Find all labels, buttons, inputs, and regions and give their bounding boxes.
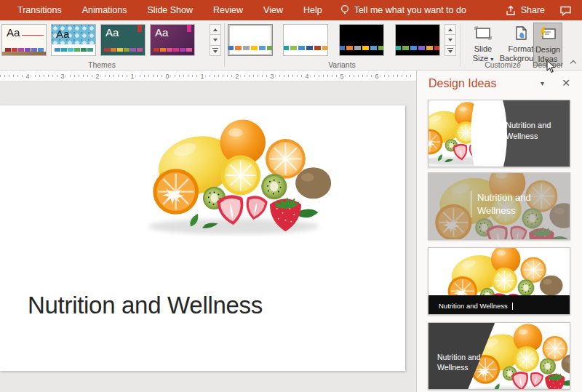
design-ideas-panel-header: Design Ideas ▾ ✕: [417, 71, 582, 100]
variants-gallery-more-button[interactable]: [445, 45, 456, 56]
menu-tab-help[interactable]: Help: [293, 0, 332, 20]
variant-thumbnail-3[interactable]: [339, 24, 384, 56]
theme-color-swatches: [154, 48, 193, 52]
variants-scroll-up-button[interactable]: [445, 24, 456, 35]
share-button[interactable]: Share: [505, 5, 545, 16]
fruit-image[interactable]: [133, 107, 334, 242]
theme-thumbnail-2[interactable]: Aa: [51, 24, 96, 56]
powerpoint-window: Transitions Animations Slide Show Review…: [0, 0, 582, 392]
ruler-number: 2: [234, 72, 240, 81]
variant-thumbnail-4[interactable]: [395, 24, 440, 56]
tell-me-box[interactable]: Tell me what you want to do: [340, 4, 466, 16]
theme-color-swatches: [104, 48, 143, 52]
ruler-number: 4: [24, 72, 31, 81]
theme-wood-strip: [2, 52, 46, 55]
ruler-number: 3: [268, 72, 275, 81]
theme-flag: [137, 25, 142, 32]
variant-color-swatches: [339, 46, 384, 50]
comments-icon[interactable]: [559, 5, 572, 16]
ruler-number: 6: [373, 72, 380, 81]
theme-thumbnail-3[interactable]: Aa: [100, 24, 146, 56]
design-ideas-icon: [534, 25, 562, 44]
ruler-number: 1: [129, 72, 135, 81]
design-ideas-panel-title: Design Ideas: [428, 77, 496, 90]
menu-tab-slideshow[interactable]: Slide Show: [137, 0, 204, 20]
variants-group-label: Variants: [284, 60, 400, 69]
design4-title-text: Nutrition and Wellness: [437, 352, 495, 372]
menu-bar: Transitions Animations Slide Show Review…: [0, 0, 582, 20]
ruler-number: 2: [94, 72, 100, 81]
ruler-number: 0: [164, 72, 170, 81]
variant-thumbnail-1[interactable]: [228, 24, 273, 56]
slide-title-textbox[interactable]: Nutrition and Wellness: [28, 292, 263, 319]
variants-gallery-scrollbar: [445, 24, 456, 56]
theme-sample-text: Aa: [56, 28, 69, 40]
variant-color-swatches: [283, 46, 328, 50]
menu-tab-view[interactable]: View: [253, 0, 293, 20]
horizontal-ruler: 4 3 2 1 0 1 2 3 4 5 6: [0, 71, 416, 81]
share-icon: [505, 5, 517, 16]
mouse-cursor: [546, 60, 556, 73]
theme-flag: [187, 25, 191, 32]
slide-canvas: Nutrition and Wellness: [0, 82, 416, 392]
ruler-number: 4: [303, 72, 310, 81]
design-ideas-panel: Design Ideas ▾ ✕ Nutrition and Wellness …: [416, 71, 582, 392]
theme-color-swatches: [55, 48, 94, 52]
slide-size-icon: [466, 24, 501, 43]
design1-title-text: Nutrition and Wellness: [506, 120, 567, 142]
tell-me-label: Tell me what you want to do: [354, 5, 466, 15]
theme-thumbnail-1[interactable]: Aa: [1, 24, 47, 56]
panel-options-caret-icon[interactable]: ▾: [541, 79, 544, 87]
design-suggestion-2[interactable]: Nutrition and Wellness: [428, 172, 570, 240]
theme-thumbnail-4[interactable]: Aa: [150, 24, 195, 56]
menu-tab-review[interactable]: Review: [203, 0, 253, 20]
ruler-number: 5: [338, 72, 345, 81]
variant-color-swatches: [395, 46, 440, 50]
variant-thumbnail-2[interactable]: [283, 24, 328, 56]
design1-curve-shape: [471, 100, 507, 167]
theme-sample-text: Aa: [105, 26, 119, 39]
themes-group-label: Themes: [44, 60, 160, 69]
design-suggestion-1[interactable]: Nutrition and Wellness: [428, 100, 570, 167]
theme-underline: [22, 35, 44, 36]
ribbon: Aa Aa Aa Aa Themes: [0, 20, 582, 71]
lightbulb-icon: [340, 4, 350, 16]
ruler-number: 3: [59, 72, 65, 81]
ruler-number: 1: [199, 72, 205, 81]
collapse-ribbon-button[interactable]: [570, 60, 576, 65]
design-suggestion-4[interactable]: Nutrition and Wellness: [428, 322, 570, 390]
slide[interactable]: Nutrition and Wellness: [0, 105, 405, 371]
variants-scroll-down-button[interactable]: [445, 34, 456, 45]
design3-title-text: Nutrition and Wellness: [439, 302, 513, 310]
theme-sample-text: Aa: [7, 26, 20, 39]
themes-gallery-scrollbar: [210, 24, 221, 56]
share-label: Share: [521, 5, 545, 15]
panel-close-icon[interactable]: ✕: [562, 77, 570, 89]
text-cursor: [512, 303, 513, 310]
design2-title-text: Nutrition and Wellness: [471, 191, 555, 217]
themes-scroll-up-button[interactable]: [210, 24, 221, 35]
design-suggestion-3[interactable]: Nutrition and Wellness: [428, 247, 570, 315]
themes-gallery-more-button[interactable]: [210, 45, 221, 56]
menu-tab-transitions[interactable]: Transitions: [7, 0, 72, 20]
themes-scroll-down-button[interactable]: [210, 34, 221, 45]
menu-tab-animations[interactable]: Animations: [72, 0, 137, 20]
theme-sample-text: Aa: [155, 26, 168, 39]
variant-color-swatches: [228, 46, 273, 50]
